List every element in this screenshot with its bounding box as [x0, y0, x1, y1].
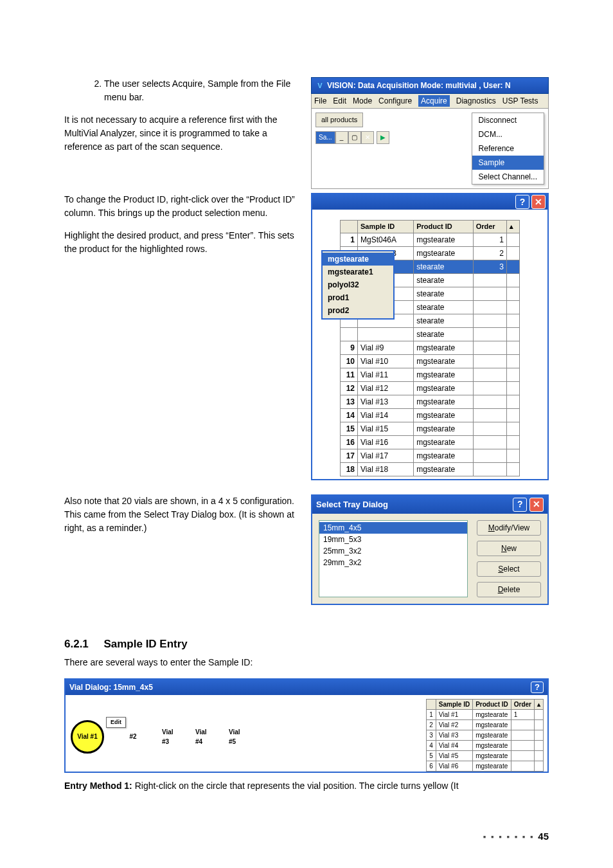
column-header[interactable]: Product ID: [414, 221, 474, 233]
close-icon[interactable]: ✕: [531, 195, 546, 209]
dropdown-item-dcm[interactable]: DCM...: [472, 127, 544, 141]
table-row[interactable]: 2Vial #2mgstearate: [427, 720, 544, 730]
column-header[interactable]: Order: [473, 221, 506, 233]
menubar: File Edit Mode Configure Acquire Diagnos…: [311, 94, 549, 109]
menu-mode[interactable]: Mode: [353, 95, 372, 107]
run-icon[interactable]: ▶: [377, 131, 389, 144]
vision-window: V VISION: Data Acquisition Mode: multivi…: [311, 77, 549, 189]
tray-option[interactable]: 19mm_5x3: [319, 534, 467, 545]
vial-dialog: Vial Dialog: 15mm_4x5 ? Vial #1 Edit #2 …: [64, 678, 549, 773]
product-option[interactable]: mgstearate1: [323, 266, 393, 278]
table-row[interactable]: 16Vial #16mgstearate: [341, 435, 520, 449]
close-icon[interactable]: ✕: [361, 131, 374, 144]
window-titlebar: ? ✕: [312, 194, 547, 210]
table-row[interactable]: 6Vial #6mgstearate: [427, 761, 544, 772]
table-row[interactable]: 1MgSt046Amgstearate1: [341, 233, 520, 246]
window-title: VISION: Data Acquisition Mode: multivial…: [327, 80, 511, 91]
page-footer: ▪ ▪ ▪ ▪ ▪ ▪ ▪ 45: [483, 829, 549, 844]
vial-position-5[interactable]: Vial #5: [229, 727, 248, 746]
table-row[interactable]: 14Vial #14mgstearate: [341, 408, 520, 422]
tray-option[interactable]: 15mm_4x5: [319, 522, 467, 534]
help-icon[interactable]: ?: [515, 195, 529, 209]
tray-option[interactable]: 29mm_3x2: [319, 557, 467, 568]
column-header[interactable]: Sample ID: [436, 700, 472, 710]
app-icon: V: [315, 81, 324, 90]
tray-listbox[interactable]: 15mm_4x519mm_5x325mm_3x229mm_3x2: [319, 520, 468, 597]
column-header[interactable]: Product ID: [473, 700, 511, 710]
acquire-dropdown: Disconnect DCM... Reference Sample Selec…: [472, 113, 544, 185]
dropdown-item-select-channel[interactable]: Select Channel...: [472, 170, 544, 184]
product-option[interactable]: prod1: [323, 291, 393, 304]
table-row[interactable]: 1Vial #1mgstearate1: [427, 710, 544, 720]
table-row[interactable]: 5Vial #5mgstearate: [427, 751, 544, 761]
child-window-controls: Sa... _ ▢ ✕ ▶: [315, 131, 469, 144]
new-button[interactable]: New: [477, 541, 541, 556]
vial-tray-area[interactable]: Vial #1 Edit #2 Vial #3 Vial #4 Vial #5: [66, 695, 426, 772]
step-item: The user selects Acquire, Sample from th…: [104, 77, 296, 104]
select-button[interactable]: Select: [477, 561, 541, 577]
window-titlebar: Select Tray Dialog ? ✕: [312, 496, 547, 514]
menu-edit[interactable]: Edit: [333, 95, 346, 107]
close-icon[interactable]: ✕: [529, 498, 544, 512]
product-select-popup[interactable]: mgstearatemgstearate1polyol32prod1prod2: [321, 250, 395, 320]
table-row[interactable]: 18Vial #18mgstearate: [341, 462, 520, 476]
vial-position-2[interactable]: #2: [118, 722, 148, 752]
vial-position-4[interactable]: Vial #4: [195, 727, 215, 746]
table-row[interactable]: 4Vial #4mgstearate: [427, 741, 544, 751]
dropdown-item-disconnect[interactable]: Disconnect: [472, 113, 544, 127]
table-row[interactable]: 15Vial #15mgstearate: [341, 422, 520, 435]
tray-option[interactable]: 25mm_3x2: [319, 545, 467, 557]
menu-file[interactable]: File: [314, 95, 326, 107]
table-row[interactable]: 17Vial #17mgstearate: [341, 449, 520, 462]
window-titlebar: Vial Dialog: 15mm_4x5 ?: [66, 680, 547, 695]
select-tray-dialog: Select Tray Dialog ? ✕ 15mm_4x519mm_5x32…: [311, 494, 549, 605]
dropdown-item-sample[interactable]: Sample: [472, 156, 544, 170]
child-window-title: Sa...: [315, 131, 335, 144]
table-row[interactable]: 10Vial #10mgstearate: [341, 354, 520, 368]
sample-grid-window: ? ✕ Sample IDProduct IDOrder▴1MgSt046Amg…: [311, 193, 549, 480]
paragraph: Also note that 20 vials are shown, in a …: [64, 494, 296, 535]
dropdown-item-reference[interactable]: Reference: [472, 141, 544, 156]
vial-position-3[interactable]: Vial #3: [162, 727, 181, 746]
table-row[interactable]: 13Vial #13mgstearate: [341, 395, 520, 408]
help-icon[interactable]: ?: [513, 498, 527, 512]
vial-position-1[interactable]: Vial #1 Edit: [71, 720, 104, 754]
section-heading: 6.2.1 Sample ID Entry: [64, 636, 549, 653]
modify-view-button[interactable]: Modify/View: [477, 520, 541, 536]
window-title: Select Tray Dialog: [316, 498, 388, 511]
tab-all-products[interactable]: all products: [315, 113, 363, 127]
delete-button[interactable]: Delete: [477, 582, 541, 597]
paragraph: Highlight the desired product, and press…: [64, 229, 296, 256]
minimize-icon[interactable]: _: [335, 131, 348, 144]
window-title: Vial Dialog: 15mm_4x5: [69, 682, 153, 693]
menu-usptests[interactable]: USP Tests: [502, 95, 538, 107]
paragraph: It is not necessary to acquire a referen…: [64, 113, 296, 154]
product-option[interactable]: mgstearate: [323, 253, 393, 266]
column-header[interactable]: Sample ID: [358, 221, 414, 233]
column-header[interactable]: ▴: [535, 700, 544, 710]
menu-diagnostics[interactable]: Diagnostics: [456, 95, 496, 107]
maximize-icon[interactable]: ▢: [348, 131, 361, 144]
window-titlebar: V VISION: Data Acquisition Mode: multivi…: [311, 77, 549, 94]
menu-acquire[interactable]: Acquire: [418, 95, 450, 107]
paragraph: There are several ways to enter the Samp…: [64, 656, 549, 669]
table-row[interactable]: 12Vial #12mgstearate: [341, 381, 520, 395]
table-row[interactable]: 3Vial #3mgstearate: [427, 730, 544, 741]
product-option[interactable]: polyol32: [323, 278, 393, 291]
table-row[interactable]: stearate: [341, 327, 520, 341]
column-header[interactable]: ▴: [506, 221, 519, 233]
column-header[interactable]: [341, 221, 358, 233]
column-header[interactable]: Order: [511, 700, 534, 710]
paragraph: Entry Method 1: Right-click on the circl…: [64, 779, 549, 793]
table-row[interactable]: 11Vial #11mgstearate: [341, 368, 520, 381]
column-header[interactable]: [427, 700, 436, 710]
vial-grid[interactable]: Sample IDProduct IDOrder▴1Vial #1mgstear…: [426, 699, 544, 772]
help-icon[interactable]: ?: [531, 682, 544, 693]
product-option[interactable]: prod2: [323, 304, 393, 317]
paragraph: To change the Product ID, right-click ov…: [64, 193, 296, 220]
menu-configure[interactable]: Configure: [378, 95, 412, 107]
table-row[interactable]: 9Vial #9mgstearate: [341, 341, 520, 354]
